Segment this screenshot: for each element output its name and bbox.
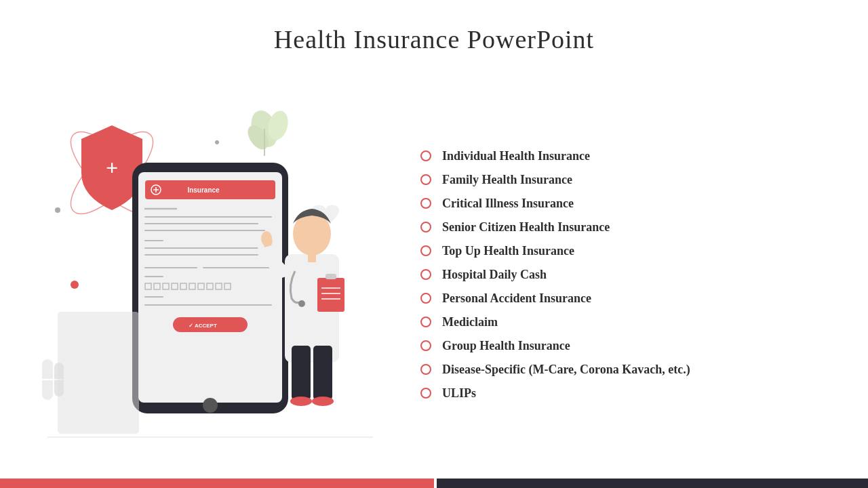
- svg-rect-55: [317, 278, 344, 312]
- content-area: +: [0, 68, 868, 481]
- svg-point-17: [203, 398, 218, 413]
- list-item-text: Top Up Health Insurance: [442, 244, 574, 258]
- list-item: ULIPs: [420, 382, 827, 405]
- list-item-text: Hospital Daily Cash: [442, 268, 547, 282]
- svg-rect-48: [292, 346, 311, 400]
- svg-point-60: [261, 231, 272, 246]
- list-item-text: Critical Illness Insurance: [442, 197, 574, 211]
- list-item: Personal Accident Insurance: [420, 287, 827, 310]
- svg-point-50: [290, 396, 312, 406]
- list-item-text: Senior Citizen Health Insurance: [442, 220, 610, 235]
- svg-point-2: [55, 207, 60, 213]
- list-item: Disease-Specific (M-Care, Corona Kavach,…: [420, 359, 827, 381]
- svg-rect-53: [308, 254, 316, 262]
- svg-rect-61: [58, 312, 139, 434]
- list-bullet-icon: [420, 198, 431, 209]
- list-item: Hospital Daily Cash: [420, 264, 827, 286]
- list-item: Group Health Insurance: [420, 335, 827, 357]
- svg-text:Insurance: Insurance: [187, 186, 220, 194]
- list-bullet-icon: [420, 364, 431, 375]
- list-bullet-icon: [420, 388, 431, 399]
- svg-point-3: [215, 140, 219, 144]
- list-item: Individual Health Insurance: [420, 145, 827, 167]
- list-bullet-icon: [420, 222, 431, 232]
- list-item-text: Personal Accident Insurance: [442, 291, 591, 306]
- main-illustration: +: [0, 61, 393, 488]
- bar-dark: [437, 479, 868, 488]
- svg-point-51: [312, 396, 334, 406]
- list-item-text: Disease-Specific (M-Care, Corona Kavach,…: [442, 363, 690, 377]
- page-title: Health Insurance PowerPoint: [0, 0, 868, 68]
- list-item: Critical Illness Insurance: [420, 192, 827, 215]
- left-panel: +: [0, 68, 393, 481]
- svg-point-1: [71, 281, 79, 289]
- svg-point-54: [298, 300, 305, 307]
- list-item: Family Health Insurance: [420, 169, 827, 191]
- list-bullet-icon: [420, 317, 431, 327]
- list-item-text: Individual Health Insurance: [442, 149, 590, 163]
- right-panel: Individual Health InsuranceFamily Health…: [393, 68, 868, 481]
- list-bullet-icon: [420, 293, 431, 304]
- list-bullet-icon: [420, 245, 431, 256]
- svg-text:✓  ACCEPT: ✓ ACCEPT: [189, 323, 217, 329]
- insurance-list: Individual Health InsuranceFamily Health…: [420, 145, 827, 405]
- bar-red: [0, 479, 434, 488]
- list-item-text: ULIPs: [442, 386, 476, 401]
- list-bullet-icon: [420, 150, 431, 161]
- list-bullet-icon: [420, 174, 431, 185]
- list-item: Mediclaim: [420, 311, 827, 333]
- svg-rect-56: [326, 274, 336, 279]
- list-item: Top Up Health Insurance: [420, 240, 827, 262]
- list-item-text: Mediclaim: [442, 315, 498, 329]
- list-item-text: Group Health Insurance: [442, 339, 570, 353]
- bottom-bars: [0, 479, 868, 488]
- list-item: Senior Citizen Health Insurance: [420, 216, 827, 239]
- list-item-text: Family Health Insurance: [442, 173, 572, 187]
- svg-text:+: +: [106, 155, 118, 180]
- list-bullet-icon: [420, 269, 431, 280]
- svg-rect-49: [313, 346, 332, 400]
- list-bullet-icon: [420, 340, 431, 351]
